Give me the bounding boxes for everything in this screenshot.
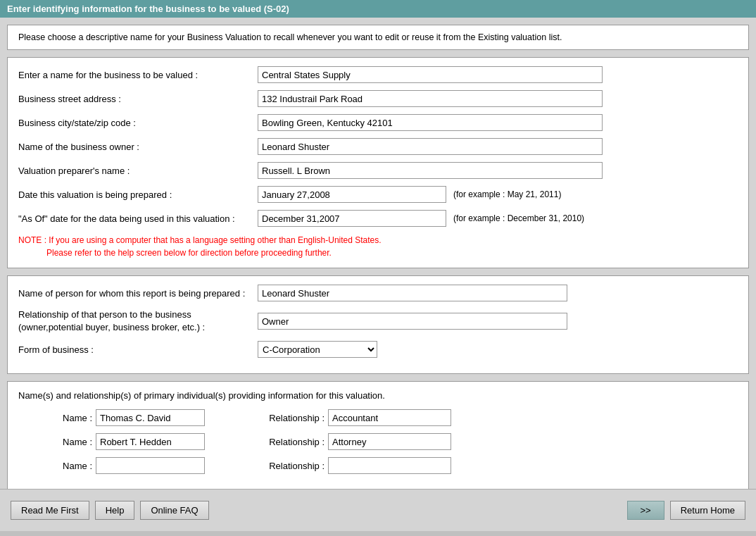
individual-row-3: Name : Relationship : (18, 457, 738, 474)
footer-bar: Read Me First Help Online FAQ >> Return … (0, 489, 756, 531)
online-faq-button[interactable]: Online FAQ (140, 501, 208, 520)
note-line2: Please refer to the help screen below fo… (18, 248, 332, 258)
rel-label-2: Relationship : (247, 437, 325, 447)
as-of-date-label: "As Of" date for the data being used in … (18, 213, 258, 224)
street-address-label: Business street address : (18, 94, 258, 104)
business-name-input[interactable] (258, 66, 603, 83)
individual-row-2: Name : Relationship : (18, 433, 738, 450)
street-address-input[interactable] (258, 90, 603, 107)
primary-rel-1-input[interactable] (328, 409, 451, 426)
valuation-date-label: Date this valuation is being prepared : (18, 189, 258, 200)
name-label-2: Name : (46, 437, 92, 447)
primary-name-3-input[interactable] (96, 457, 205, 474)
relationship-label: Relationship of that person to the busin… (18, 308, 258, 334)
note-area: NOTE : If you are using a computer that … (18, 234, 738, 259)
preparer-name-input[interactable] (258, 162, 603, 179)
rel-label-3: Relationship : (247, 461, 325, 471)
preparer-name-row: Valuation preparer's name : (18, 162, 738, 179)
form-of-business-select[interactable]: C-Corporation S-Corporation Partnership … (258, 341, 377, 358)
section3-box: Name(s) and relationship(s) of primary i… (7, 381, 749, 489)
relationship-row: Relationship of that person to the busin… (18, 308, 738, 334)
form-of-business-row: Form of business : C-Corporation S-Corpo… (18, 341, 738, 358)
valuation-date-hint: (for example : May 21, 2011) (453, 189, 561, 199)
name-label-1: Name : (46, 413, 92, 423)
report-person-input[interactable] (258, 285, 567, 301)
relationship-input[interactable] (258, 313, 567, 330)
read-me-first-button[interactable]: Read Me First (11, 501, 89, 520)
as-of-date-hint: (for example : December 31, 2010) (453, 213, 584, 223)
primary-name-2-input[interactable] (96, 433, 205, 450)
business-name-row: Enter a name for the business to be valu… (18, 66, 738, 83)
form-of-business-dropdown-wrapper: C-Corporation S-Corporation Partnership … (258, 341, 377, 358)
return-home-button[interactable]: Return Home (670, 501, 745, 520)
primary-rel-2-input[interactable] (328, 433, 451, 450)
primary-rel-3-input[interactable] (328, 457, 451, 474)
report-person-row: Name of person for whom this report is b… (18, 285, 738, 301)
as-of-date-input[interactable] (258, 210, 446, 227)
owner-name-label: Name of the business owner : (18, 142, 258, 152)
note-line1: NOTE : If you are using a computer that … (18, 235, 382, 245)
title-text: Enter identifying information for the bu… (7, 4, 289, 14)
city-state-zip-label: Business city/state/zip code : (18, 118, 258, 128)
section2-box: Name of person for whom this report is b… (7, 275, 749, 374)
footer-left-buttons: Read Me First Help Online FAQ (11, 501, 209, 520)
owner-name-input[interactable] (258, 138, 603, 155)
individual-row-1: Name : Relationship : (18, 409, 738, 426)
as-of-date-row: "As Of" date for the data being used in … (18, 210, 738, 227)
section1-box: Enter a name for the business to be valu… (7, 57, 749, 268)
city-state-zip-input[interactable] (258, 114, 603, 131)
help-button[interactable]: Help (95, 501, 135, 520)
notice-box: Please choose a descriptive name for you… (7, 25, 749, 50)
rel-label-1: Relationship : (247, 413, 325, 423)
next-button[interactable]: >> (627, 501, 664, 520)
notice-text: Please choose a descriptive name for you… (18, 32, 562, 42)
name-label-3: Name : (46, 461, 92, 471)
business-name-label: Enter a name for the business to be valu… (18, 70, 258, 80)
report-person-label: Name of person for whom this report is b… (18, 288, 258, 299)
street-address-row: Business street address : (18, 90, 738, 107)
form-of-business-label: Form of business : (18, 344, 258, 355)
valuation-date-row: Date this valuation is being prepared : … (18, 186, 738, 203)
owner-name-row: Name of the business owner : (18, 138, 738, 155)
footer-right-buttons: >> Return Home (627, 501, 746, 520)
section3-title: Name(s) and relationship(s) of primary i… (18, 390, 738, 401)
title-bar: Enter identifying information for the bu… (0, 0, 756, 18)
valuation-date-input[interactable] (258, 186, 446, 203)
preparer-name-label: Valuation preparer's name : (18, 166, 258, 176)
city-state-zip-row: Business city/state/zip code : (18, 114, 738, 131)
primary-name-1-input[interactable] (96, 409, 205, 426)
